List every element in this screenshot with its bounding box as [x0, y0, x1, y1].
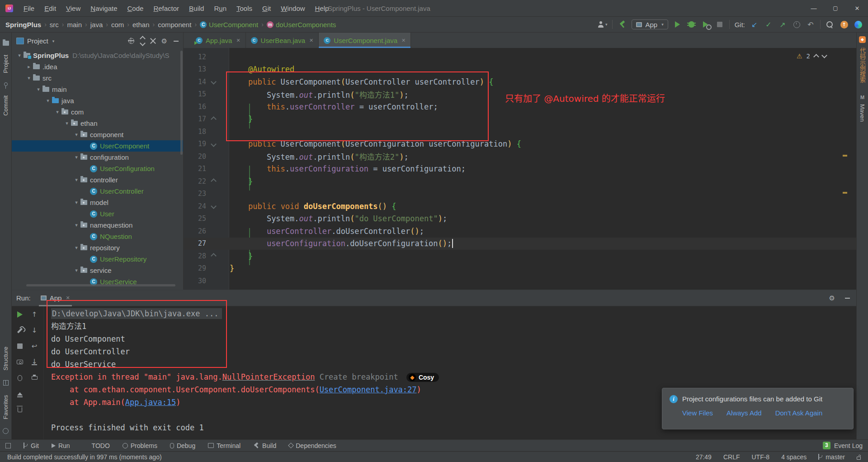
git-rollback-button[interactable]: ↶ [806, 19, 815, 29]
run-button[interactable] [673, 19, 682, 29]
breadcrumb-main[interactable]: main [67, 21, 82, 29]
ide-update-button[interactable]: ↑ [840, 19, 849, 29]
tree-chevron-icon[interactable]: ▾ [72, 200, 80, 205]
code-line-27[interactable]: 27 userConfiguration.doUserConfiguration… [184, 238, 856, 250]
breadcrumb-java[interactable]: java [90, 21, 103, 29]
toolwindow-debug[interactable]: Debug [170, 442, 195, 449]
tool-stripe-commit[interactable]: Commit [2, 95, 9, 116]
code-line-29[interactable]: 29} [184, 262, 856, 275]
minimize-button[interactable]: — [803, 0, 825, 16]
tab-userbean.java[interactable]: CUserBean.java✕ [246, 33, 319, 48]
toolwindow-run[interactable]: Run [52, 442, 70, 449]
tree-item-user[interactable]: CUser [12, 208, 183, 219]
status-utf-8[interactable]: UTF-8 [751, 453, 769, 461]
run-tool-trash-icon[interactable] [15, 405, 24, 414]
status-message[interactable]: Build completed successfully in 997 ms (… [7, 453, 162, 461]
code-line-26[interactable]: 26 userController.doUserController(); [184, 225, 856, 238]
chevron-down-icon[interactable]: ▾ [52, 39, 55, 43]
breadcrumb-src[interactable]: src [50, 21, 59, 29]
tree-item-controller[interactable]: ▾controller [12, 174, 183, 186]
tree-chevron-icon[interactable]: ▾ [72, 222, 80, 228]
build-project-button[interactable] [618, 19, 627, 29]
toolwindow-dependencies[interactable]: Dependencies [289, 442, 336, 449]
breadcrumb-usercomponent[interactable]: CUserComponent [200, 21, 258, 29]
tree-item-service[interactable]: ▾service [12, 265, 183, 276]
run-tool-play-icon[interactable] [15, 310, 24, 319]
tool-stripe-project[interactable]: Project [2, 55, 9, 73]
tool-stripe-maven[interactable]: Maven [859, 104, 866, 122]
run-tool-up-icon[interactable]: ↑ [30, 310, 39, 319]
tree-item-ethan[interactable]: ▾ethan [12, 118, 183, 129]
menu-file[interactable]: File [19, 3, 38, 14]
menu-git[interactable]: Git [258, 3, 275, 14]
breadcrumb-ethan[interactable]: ethan [132, 21, 150, 29]
commit-toolwindow-icon[interactable] [4, 82, 8, 86]
tree-chevron-icon[interactable]: ▾ [53, 109, 61, 115]
tab-usercomponent.java[interactable]: CUserComponent.java✕ [319, 33, 411, 48]
run-tool-scrollend-icon[interactable]: ↓ [30, 357, 39, 367]
tree-chevron-icon[interactable]: ▾ [15, 52, 24, 58]
expand-all-icon[interactable] [141, 37, 145, 45]
tree-item-usercomponent[interactable]: CUserComponent [12, 140, 183, 152]
locate-file-icon[interactable] [128, 38, 134, 44]
code-line-23[interactable]: 23 [184, 188, 856, 200]
cosy-badge[interactable]: ◆Cosy [406, 373, 439, 382]
toolwindow-todo[interactable]: TODO [83, 442, 110, 449]
stop-button[interactable] [715, 19, 724, 29]
tree-item-.idea[interactable]: ▸.idea [12, 61, 183, 72]
breadcrumb-component[interactable]: component [158, 21, 191, 29]
run-tool-camera-icon[interactable] [15, 357, 24, 367]
tree-chevron-icon[interactable]: ▾ [72, 245, 80, 251]
tree-item-src[interactable]: ▾src [12, 72, 183, 84]
code-line-25[interactable]: 25 System.out.println("do UserComponent"… [184, 213, 856, 225]
profiler-button[interactable] [701, 19, 710, 29]
status-4-spaces[interactable]: 4 spaces [781, 453, 807, 461]
hide-panel-icon[interactable] [174, 41, 179, 42]
search-everywhere-button[interactable] [826, 19, 835, 29]
collapse-all-icon[interactable] [151, 37, 155, 45]
pin-icon[interactable] [3, 428, 9, 434]
breadcrumb-com[interactable]: com [111, 21, 124, 29]
project-toolwindow-icon[interactable] [3, 41, 9, 46]
close-button[interactable]: ✕ [846, 0, 868, 16]
menu-refactor[interactable]: Refactor [149, 3, 183, 14]
git-commit-button[interactable]: ✓ [764, 19, 773, 29]
fold-marker[interactable] [206, 117, 221, 121]
toolwindow-problems[interactable]: Problems [123, 442, 157, 449]
notification-action-always-add[interactable]: Always Add [726, 409, 762, 417]
notification-action-don-t-ask-again[interactable]: Don't Ask Again [775, 409, 823, 417]
git-history-button[interactable] [792, 19, 801, 29]
project-view-title[interactable]: Project [27, 37, 48, 45]
tree-item-userconfiguration[interactable]: CUserConfiguration [12, 163, 183, 174]
git-push-button[interactable]: ↗ [778, 19, 787, 29]
menu-code[interactable]: Code [123, 3, 148, 14]
code-line-20[interactable]: 20 System.out.println("构造方法2"); [184, 150, 856, 163]
code-line-22[interactable]: 22 } [184, 175, 856, 188]
event-log-button[interactable]: 3 Event Log [823, 442, 863, 449]
hide-panel-icon[interactable] [845, 298, 850, 299]
breadcrumb-springplus[interactable]: SpringPlus [5, 21, 41, 29]
console-line[interactable]: Exception in thread "main" java.lang.Nul… [51, 371, 852, 383]
git-update-button[interactable]: ↙ [750, 19, 759, 29]
tree-item-main[interactable]: ▾main [12, 84, 183, 95]
grid-icon[interactable] [3, 380, 9, 386]
cosy-toolwindow-icon[interactable]: ◆ [859, 36, 866, 43]
tree-item-model[interactable]: ▾model [12, 197, 183, 208]
next-issue-icon[interactable] [821, 52, 827, 58]
menu-navigate[interactable]: Navigate [86, 3, 121, 14]
code-line-21[interactable]: 21 this.userConfiguration = userConfigur… [184, 163, 856, 176]
tree-item-usercontroller[interactable]: CUserController [12, 186, 183, 197]
tree-item-nquestion[interactable]: CNQuestion [12, 231, 183, 242]
tree-item-namequestion[interactable]: ▾namequestion [12, 219, 183, 231]
menu-view[interactable]: View [62, 3, 85, 14]
code-line-12[interactable]: 12 [184, 51, 856, 63]
tool-windows-quick-access-icon[interactable] [5, 443, 11, 448]
run-tool-wrench-icon[interactable] [15, 326, 24, 335]
tree-chevron-icon[interactable]: ▾ [72, 177, 80, 183]
run-tool-stop-icon[interactable] [15, 342, 24, 351]
tree-chevron-icon[interactable]: ▾ [72, 132, 80, 138]
tree-item-com[interactable]: ▾com [12, 106, 183, 118]
tree-chevron-icon[interactable]: ▾ [44, 98, 52, 104]
tab-app.java[interactable]: CApp.java✕ [191, 33, 246, 48]
breadcrumb-dousercomponents[interactable]: mdoUserComponents [267, 21, 336, 29]
